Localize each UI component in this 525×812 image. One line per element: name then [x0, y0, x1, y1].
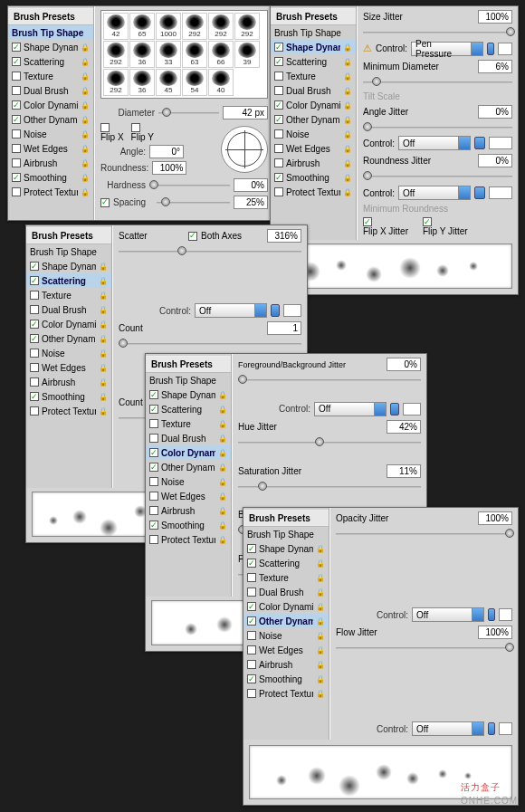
sidebar-head[interactable]: Brush Presets — [8, 8, 93, 25]
warn-icon: ⚠ — [363, 43, 372, 54]
hue-input[interactable] — [387, 420, 421, 434]
brush-preset[interactable]: 292 — [103, 69, 129, 96]
count-input[interactable] — [267, 321, 301, 335]
sidebar: Brush Presets Brush Tip Shape Shape Dyna… — [8, 6, 94, 220]
sidebar-item-protect[interactable]: Protect Texture — [8, 185, 93, 199]
sidebar-item-air[interactable]: Airbrush — [8, 156, 93, 170]
checkbox[interactable] — [12, 43, 21, 52]
main-tip: 4265100029229229229236336366392923645544… — [94, 6, 273, 220]
sidebar-item-scatter[interactable]: Scattering — [8, 54, 93, 69]
sidebar-item-other[interactable]: Other Dynamics — [8, 112, 93, 127]
brush-preset[interactable]: 292 — [208, 13, 234, 40]
brush-preset[interactable]: 65 — [129, 13, 155, 40]
brush-preset[interactable]: 66 — [208, 41, 234, 68]
lock-icon[interactable] — [81, 43, 90, 52]
both-axes-cb[interactable] — [188, 232, 197, 241]
opacity-input[interactable] — [478, 511, 512, 525]
hardness-input[interactable] — [234, 178, 268, 192]
brush-grid[interactable]: 4265100029229229229236336366392923645544… — [100, 10, 268, 99]
brush-preset[interactable]: 33 — [156, 41, 181, 68]
flow-input[interactable] — [478, 626, 512, 639]
diameter-slider[interactable] — [158, 108, 219, 119]
flipy-cb — [131, 123, 140, 132]
spacing-input[interactable] — [234, 196, 268, 209]
watermark: 活力盒子ONHE.COM — [461, 780, 518, 807]
brush-preset[interactable]: 36 — [129, 69, 155, 96]
flipx-cb — [100, 123, 110, 132]
brush-preset[interactable]: 40 — [208, 69, 234, 96]
spacing-cb[interactable] — [100, 198, 110, 207]
brush-preset[interactable]: 54 — [182, 69, 207, 96]
sidebar-item-wet[interactable]: Wet Edges — [8, 141, 93, 156]
brush-preset[interactable]: 39 — [234, 41, 260, 68]
sidebar-item-shape[interactable]: Shape Dynamics — [8, 40, 93, 54]
brush-preset[interactable]: 63 — [182, 41, 207, 68]
size-jitter-input[interactable] — [478, 10, 512, 24]
angle-input[interactable] — [149, 145, 184, 158]
brush-preset[interactable]: 42 — [103, 13, 129, 40]
stroke-preview — [276, 244, 512, 289]
brush-preset[interactable]: 45 — [156, 69, 181, 96]
control-select[interactable]: Pen Pressure — [411, 42, 483, 56]
sidebar-item-texture[interactable]: Texture — [8, 69, 93, 83]
brush-preset[interactable]: 292 — [103, 41, 129, 68]
sat-input[interactable] — [387, 464, 421, 478]
sidebar-item-noise[interactable]: Noise — [8, 127, 93, 141]
panel-other-dynamics: Brush Presets Brush Tip Shape Shape Dyna… — [243, 507, 519, 806]
brush-preset[interactable]: 36 — [129, 41, 155, 68]
diameter-input[interactable] — [223, 106, 268, 119]
panel-brush-tip-shape: Brush Presets Brush Tip Shape Shape Dyna… — [7, 5, 274, 221]
angle-widget[interactable] — [221, 126, 268, 173]
sidebar-item-smooth[interactable]: Smoothing — [8, 170, 93, 185]
scatter-input[interactable] — [267, 229, 301, 243]
sidebar-item-tip[interactable]: Brush Tip Shape — [8, 25, 93, 40]
brush-preset[interactable]: 1000 — [156, 13, 181, 40]
sidebar-item-color[interactable]: Color Dynamics — [8, 98, 93, 112]
brush-preset[interactable]: 292 — [234, 13, 260, 40]
min-diameter-input[interactable] — [478, 60, 512, 73]
roundness-input[interactable] — [152, 161, 186, 175]
sidebar-item-dual[interactable]: Dual Brush — [8, 83, 93, 98]
brush-preset[interactable]: 292 — [182, 13, 207, 40]
